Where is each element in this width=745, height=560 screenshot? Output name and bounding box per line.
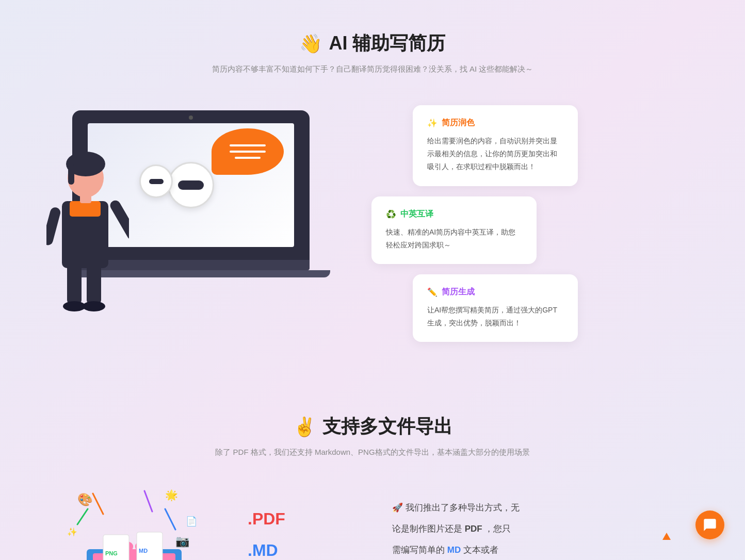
robot-large-icon <box>168 162 214 208</box>
victory-emoji: ✌️ <box>293 416 316 438</box>
polish-icon: ✨ <box>427 118 438 128</box>
ai-illustration <box>41 100 341 317</box>
export-description: 🚀 我们推出了多种导出方式，无 论是制作图片还是 PDF ，您只 需编写简单的 … <box>371 498 704 560</box>
svg-text:PNG: PNG <box>105 550 118 556</box>
person-figure <box>46 150 139 317</box>
svg-rect-6 <box>108 199 129 242</box>
flying-item-3: 📄 <box>186 516 198 527</box>
svg-point-2 <box>63 301 86 311</box>
svg-rect-5 <box>70 201 101 217</box>
export-illustration: 🎨 🌟 📄 ✨ 📷 <box>41 483 227 560</box>
svg-point-3 <box>83 301 105 311</box>
svg-line-14 <box>165 509 175 530</box>
export-title-text: 支持多文件导出 <box>322 414 452 439</box>
translate-icon: ♻️ <box>386 209 396 219</box>
svg-text:MD: MD <box>139 548 148 554</box>
flying-item-4: ✨ <box>67 527 77 537</box>
desc-line2: 论是制作图片还是 PDF ，您只 <box>392 524 511 534</box>
bubble-line-2 <box>230 151 266 153</box>
svg-line-13 <box>77 509 88 524</box>
feature-card-generate: ✏️ 简历生成 让AI帮您撰写精美简历，通过强大的GPT生成，突出优势，脱颖而出… <box>413 274 578 342</box>
bubble-line-3 <box>235 157 261 159</box>
generate-icon: ✏️ <box>427 287 438 297</box>
export-section-subtitle: 除了 PDF 格式，我们还支持 Markdown、PNG格式的文件导出，基本涵盖… <box>41 448 704 457</box>
svg-line-15 <box>144 491 152 512</box>
polish-desc: 给出需要润色的内容，自动识别并突出显示最相关的信息，让你的简历更加突出和吸引人，… <box>427 135 563 174</box>
svg-line-12 <box>93 493 103 514</box>
chat-button[interactable] <box>695 510 724 539</box>
generate-desc: 让AI帮您撰写精美简历，通过强大的GPT生成，突出优势，脱颖而出！ <box>427 304 563 330</box>
md-format-label: .MD <box>248 541 278 560</box>
flying-item-2: 🌟 <box>165 489 178 501</box>
pdf-format-label: .PDF <box>248 509 285 529</box>
svg-rect-0 <box>67 263 82 304</box>
feature-card-polish: ✨ 简历润色 给出需要润色的内容，自动识别并突出显示最相关的信息，让你的简历更加… <box>413 105 578 186</box>
feature-polish-title: ✨ 简历润色 <box>427 118 563 128</box>
export-content-area: 🎨 🌟 📄 ✨ 📷 <box>41 483 704 560</box>
flying-item-1: 🎨 <box>77 492 93 507</box>
bubble-line-1 <box>230 144 266 146</box>
chat-icon <box>703 518 717 532</box>
arrow-up-indicator <box>660 531 673 549</box>
ai-section-title: 👋 AI 辅助写简历 <box>41 31 704 56</box>
feature-generate-title: ✏️ 简历生成 <box>427 287 563 298</box>
svg-rect-7 <box>46 206 61 246</box>
svg-rect-11 <box>68 164 74 185</box>
export-desc-text: 🚀 我们推出了多种导出方式，无 论是制作图片还是 PDF ，您只 需编写简单的 … <box>392 498 704 560</box>
md-highlight: MD <box>447 545 461 555</box>
desc-line3: 需编写简单的 MD 文本或者 <box>392 545 498 555</box>
export-section: ✌️ 支持多文件导出 除了 PDF 格式，我们还支持 Markdown、PNG格… <box>0 383 745 560</box>
ai-title-text: AI 辅助写简历 <box>329 31 445 56</box>
feature-translate-title: ♻️ 中英互译 <box>386 209 522 220</box>
ai-resume-section: 👋 AI 辅助写简历 简历内容不够丰富不知道如何下手？自己翻译简历觉得很困难？没… <box>0 0 745 383</box>
svg-rect-24 <box>137 532 163 560</box>
feature-cards-container: ✨ 简历润色 给出需要润色的内容，自动识别并突出显示最相关的信息，让你的简历更加… <box>341 100 704 342</box>
robot-small-icon <box>139 164 173 198</box>
polish-title-text: 简历润色 <box>442 118 475 128</box>
feature-card-translate: ♻️ 中英互译 快速、精准的AI简历内容中英互译，助您轻松应对跨国求职～ <box>371 196 537 264</box>
flying-item-5: 📷 <box>175 534 190 548</box>
chat-bubble <box>212 128 284 175</box>
person-svg <box>46 150 129 315</box>
gift-svg: 🎨 🌟 📄 ✨ 📷 <box>62 483 206 560</box>
translate-desc: 快速、精准的AI简历内容中英互译，助您轻松应对跨国求职～ <box>386 226 522 252</box>
translate-title-text: 中英互译 <box>400 209 433 220</box>
export-section-title: ✌️ 支持多文件导出 <box>41 414 704 439</box>
wave-emoji: 👋 <box>299 33 322 55</box>
ai-content-area: ✨ 简历润色 给出需要润色的内容，自动识别并突出显示最相关的信息，让你的简历更加… <box>41 100 704 342</box>
format-labels-container: .PDF .MD .PNG <box>248 509 351 560</box>
generate-title-text: 简历生成 <box>442 287 475 298</box>
ai-section-subtitle: 简历内容不够丰富不知道如何下手？自己翻译简历觉得很困难？没关系，找 AI 这些都… <box>41 64 704 74</box>
svg-rect-1 <box>87 263 101 304</box>
desc-line1: 🚀 我们推出了多种导出方式，无 <box>392 503 520 513</box>
